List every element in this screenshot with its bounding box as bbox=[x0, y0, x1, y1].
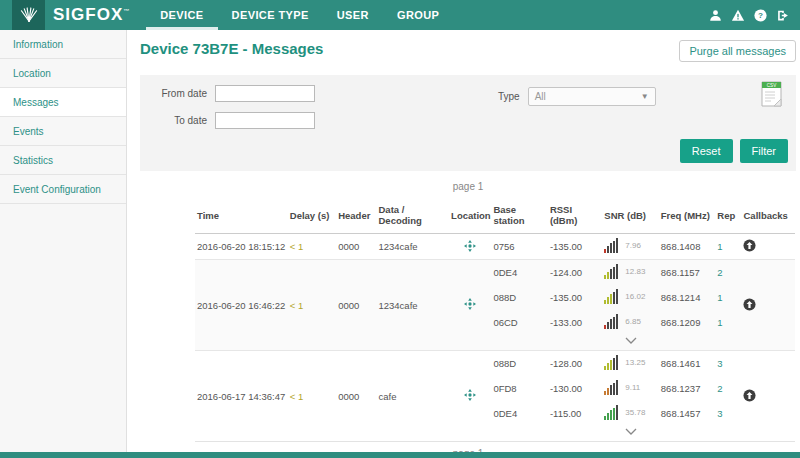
nav-item-user[interactable]: USER bbox=[323, 0, 383, 30]
nav-item-group[interactable]: GROUP bbox=[383, 0, 453, 30]
sidebar-item-messages[interactable]: Messages bbox=[0, 88, 126, 117]
sidebar-item-events[interactable]: Events bbox=[0, 117, 126, 146]
freq-cell: 868.1157 bbox=[659, 260, 715, 286]
rep-link[interactable]: 1 bbox=[717, 317, 722, 328]
chevron-down-icon[interactable] bbox=[625, 428, 637, 435]
snr-value: 6.85 bbox=[625, 317, 641, 326]
expand-cell bbox=[602, 335, 658, 351]
data-decoding-cell: 1234cafe bbox=[376, 260, 449, 351]
col-delay: Delay (s) bbox=[288, 194, 336, 234]
rssi-cell: -130.00 bbox=[548, 376, 602, 401]
table-header-row: Time Delay (s) Header Data / Decoding Lo… bbox=[195, 194, 795, 234]
snr-bars-icon bbox=[604, 314, 619, 329]
expand-cell bbox=[602, 426, 658, 442]
location-cell bbox=[449, 234, 491, 260]
messages-table: Time Delay (s) Header Data / Decoding Lo… bbox=[195, 194, 795, 442]
sidebar-item-statistics[interactable]: Statistics bbox=[0, 146, 126, 175]
snr-bars-icon bbox=[604, 405, 619, 420]
rep-cell: 2 bbox=[715, 260, 741, 286]
pagination-top: page 1 bbox=[140, 181, 796, 192]
location-crosshair-icon[interactable] bbox=[464, 298, 476, 310]
navbar-icons: ? bbox=[709, 0, 790, 30]
help-icon[interactable]: ? bbox=[754, 9, 767, 22]
rep-link[interactable]: 1 bbox=[717, 292, 722, 303]
butterfly-logo-icon bbox=[19, 7, 39, 24]
rssi-cell: -135.00 bbox=[548, 285, 602, 310]
top-navbar: SIGFOX™ DEVICE DEVICE TYPE USER GROUP ? bbox=[0, 0, 800, 30]
freq-cell: 868.1461 bbox=[659, 351, 715, 377]
messages-table-wrap: Time Delay (s) Header Data / Decoding Lo… bbox=[195, 194, 796, 442]
base-station-cell: 0756 bbox=[491, 234, 547, 260]
location-cell bbox=[449, 260, 491, 351]
purge-all-messages-button[interactable]: Purge all messages bbox=[679, 40, 796, 62]
message-row: 2016-06-20 16:46:22< 100001234cafe0DE4-1… bbox=[195, 260, 795, 286]
delay-cell: < 1 bbox=[288, 234, 336, 260]
base-station-cell: 0FD8 bbox=[491, 376, 547, 401]
rssi-cell: -133.00 bbox=[548, 310, 602, 335]
logout-icon[interactable] bbox=[776, 9, 790, 22]
location-cell bbox=[449, 351, 491, 442]
rssi-cell: -115.00 bbox=[548, 401, 602, 426]
rep-link[interactable]: 2 bbox=[717, 267, 722, 278]
filter-button[interactable]: Filter bbox=[740, 139, 788, 163]
snr-bars-icon bbox=[604, 355, 619, 370]
callbacks-cell bbox=[741, 351, 795, 442]
from-date-label: From date bbox=[152, 88, 207, 99]
sigfox-backend-app: SIGFOX™ DEVICE DEVICE TYPE USER GROUP ? … bbox=[0, 0, 800, 458]
base-station-cell: 088D bbox=[491, 285, 547, 310]
freq-cell: 868.1408 bbox=[659, 234, 715, 260]
location-crosshair-icon[interactable] bbox=[464, 240, 476, 252]
delay-cell: < 1 bbox=[288, 351, 336, 442]
rep-link[interactable]: 1 bbox=[717, 241, 722, 252]
csv-export-icon[interactable]: CSV bbox=[761, 81, 782, 111]
nav-item-device-type[interactable]: DEVICE TYPE bbox=[218, 0, 323, 30]
rep-link[interactable]: 3 bbox=[717, 408, 722, 419]
sidebar-item-location[interactable]: Location bbox=[0, 59, 126, 88]
reset-button[interactable]: Reset bbox=[680, 139, 733, 163]
snr-value: 12.83 bbox=[625, 267, 645, 276]
base-station-cell: 088D bbox=[491, 351, 547, 377]
snr-value: 13.25 bbox=[625, 358, 645, 367]
data-decoding-cell: 1234cafe bbox=[376, 234, 449, 260]
base-station-cell: 0DE4 bbox=[491, 260, 547, 286]
alert-icon[interactable] bbox=[731, 9, 745, 22]
nav-item-device[interactable]: DEVICE bbox=[146, 0, 217, 30]
delay-cell: < 1 bbox=[288, 260, 336, 351]
rep-cell: 1 bbox=[715, 234, 741, 260]
rep-link[interactable]: 2 bbox=[717, 383, 722, 394]
to-date-input[interactable] bbox=[215, 112, 315, 129]
snr-value: 7.96 bbox=[625, 241, 641, 250]
sigfox-logo[interactable] bbox=[12, 0, 45, 30]
callbacks-arrow-icon[interactable] bbox=[743, 389, 756, 402]
sidebar-item-event-configuration[interactable]: Event Configuration bbox=[0, 175, 126, 204]
snr-bars-icon bbox=[604, 289, 619, 304]
data-decoding-cell: cafe bbox=[376, 351, 449, 442]
time-cell: 2016-06-17 14:36:47 bbox=[195, 351, 288, 442]
time-cell: 2016-06-20 18:15:12 bbox=[195, 234, 288, 260]
location-crosshair-icon[interactable] bbox=[464, 389, 476, 401]
header-cell: 0000 bbox=[336, 260, 376, 351]
svg-text:CSV: CSV bbox=[767, 83, 777, 88]
brand-name: SIGFOX™ bbox=[53, 5, 130, 25]
snr-bars-icon bbox=[604, 238, 619, 253]
to-date-label: To date bbox=[152, 115, 207, 126]
col-rssi: RSSI (dBm) bbox=[548, 194, 602, 234]
callbacks-cell bbox=[741, 234, 795, 260]
chevron-down-icon: ▼ bbox=[641, 92, 649, 101]
from-date-input[interactable] bbox=[215, 85, 315, 102]
col-location: Location bbox=[449, 194, 491, 234]
message-row: 2016-06-20 18:15:12< 100001234cafe0756-1… bbox=[195, 234, 795, 260]
sidebar-item-information[interactable]: Information bbox=[0, 30, 126, 59]
col-snr: SNR (dB) bbox=[602, 194, 658, 234]
snr-cell: 12.83 bbox=[602, 260, 658, 286]
main-nav: DEVICE DEVICE TYPE USER GROUP bbox=[146, 0, 453, 30]
rep-link[interactable]: 3 bbox=[717, 358, 722, 369]
type-select[interactable]: All ▼ bbox=[528, 87, 656, 106]
user-icon[interactable] bbox=[709, 9, 722, 22]
snr-cell: 13.25 bbox=[602, 351, 658, 377]
callbacks-arrow-icon[interactable] bbox=[743, 239, 756, 252]
callbacks-arrow-icon[interactable] bbox=[743, 298, 756, 311]
message-row: 2016-06-17 14:36:47< 10000cafe088D-128.0… bbox=[195, 351, 795, 377]
col-time: Time bbox=[195, 194, 288, 234]
chevron-down-icon[interactable] bbox=[625, 337, 637, 344]
